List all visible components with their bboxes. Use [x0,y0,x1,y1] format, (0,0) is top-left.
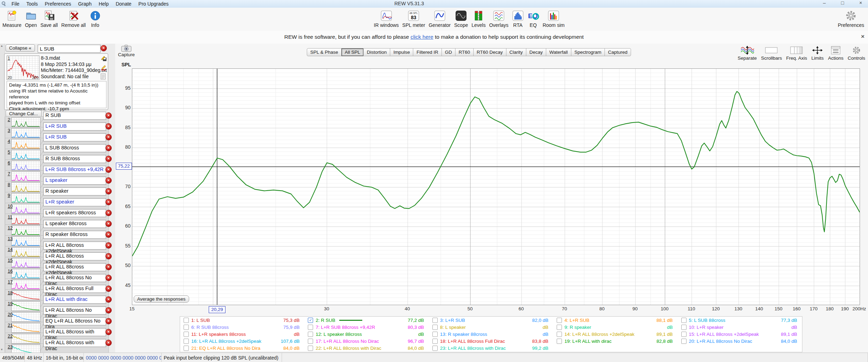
menu-item-help[interactable]: Help [96,1,112,7]
menu-item-file[interactable]: File [8,1,23,7]
legend-checkbox[interactable] [308,332,313,337]
measurement-name-field[interactable]: R SUB [43,112,106,120]
tab-impulse[interactable]: Impulse [390,48,413,56]
legend-entry-20-l-r-all-88cross-no-dirac[interactable]: 20: L+R ALL 88cross No Dirac84,0 dB [678,339,802,344]
tab-rt60[interactable]: RT60 [455,48,474,56]
edit-notes-icon[interactable] [101,64,107,71]
graph-button-scrollbars[interactable]: Scrollbars [761,45,782,61]
toolbar-button-overlays[interactable]: Overlays [487,8,510,29]
close-button[interactable]: × [855,0,866,6]
menu-item-graph[interactable]: Graph [75,1,95,7]
legend-checkbox[interactable] [681,339,687,344]
tab-decay[interactable]: Decay [526,48,546,56]
legend-entry-10-l-r-speaker[interactable]: 10: L+R speakerdB [678,325,802,330]
menu-item-tools[interactable]: Tools [23,1,41,7]
legend-checkbox[interactable] [308,346,313,351]
legend-entry-9-r-speaker[interactable]: 9: R speakerdB [553,325,677,330]
donation-close-icon[interactable]: × [861,31,865,43]
toolbar-button-scope[interactable]: Scope [452,8,470,29]
capture-button[interactable]: Capture [118,44,135,57]
cursor-spl-readout[interactable]: 75,22 [116,163,132,170]
delete-measurement-button[interactable]: × [105,296,112,303]
delete-measurement-button[interactable]: × [105,242,112,249]
measurement-thumbnail[interactable] [11,345,40,353]
toolbar-button-levels[interactable]: 0369Levels [470,8,487,29]
measurement-name-field[interactable]: L+R speaker [43,198,106,206]
measurement-number[interactable]: 21 [8,323,13,328]
minimize-button[interactable]: – [819,0,830,6]
menu-item-donate[interactable]: Donate [112,1,134,7]
toolbar-button-open[interactable]: Open [23,8,38,29]
measurement-name-field[interactable]: L+R SUB 88cross +9,42R [43,166,106,174]
measurement-number[interactable]: 7 [8,171,10,176]
delete-measurement-button[interactable]: × [105,188,112,194]
delete-measurement-button[interactable]: × [105,231,112,238]
legend-entry-18-l-r-all-88cross-full-dirac[interactable]: 18: L+R ALL 88cross Full Dirac83,8 dB [429,339,553,344]
tab-gd[interactable]: GD [442,48,455,56]
legend-entry-6-r-sub-88cross[interactable]: 6: R SUB 88cross75,9 dB [180,325,304,330]
legend-checkbox[interactable] [681,332,687,337]
measurement-number[interactable]: 5 [8,149,10,155]
delete-measurement-button[interactable]: × [105,253,112,259]
legend-entry-3-l-r-sub[interactable]: 3: L+R SUB82,0 dB [429,318,553,323]
tab-all-spl[interactable]: All SPL [341,48,364,56]
measurement-number[interactable]: 4 [8,139,10,144]
tab-spl-phase[interactable]: SPL & Phase [307,48,342,56]
measurement-name-field[interactable]: L+R ALL 88cross No Dirac [43,306,106,315]
legend-checkbox[interactable] [681,325,687,330]
graph-button-freq-axis[interactable]: Freq. Axis [786,45,807,61]
legend-checkbox[interactable] [557,332,562,337]
measurement-name-field[interactable]: L+R ALL 88cross with Dirac [43,339,106,347]
delete-measurement-button[interactable]: × [105,167,112,173]
toolbar-button-measure[interactable]: Measure [1,8,23,29]
measurement-name-field[interactable]: L+R speakers 88cross [43,209,106,217]
measurement-name-field[interactable]: L+R ALL 88cross No Dirac [43,274,106,282]
measurement-number[interactable]: 6 [8,160,10,165]
tab-clarity[interactable]: Clarity [506,48,526,56]
delete-measurement-button[interactable]: × [105,264,112,270]
legend-checkbox[interactable] [432,325,438,330]
graph-button-controls[interactable]: Controls [848,45,865,61]
measurement-number[interactable]: 19 [8,301,13,306]
measurement-number[interactable]: 18 [8,290,13,295]
measurement-row-23[interactable]: 23L+R ALL 88cross with Dirac× [5,339,111,353]
menu-item-preferences[interactable]: Preferences [42,1,74,7]
tab-rt60-decay[interactable]: RT60 Decay [473,48,506,56]
legend-checkbox[interactable]: ✓ [308,318,313,323]
donation-link[interactable]: click here [410,34,433,40]
measurement-number[interactable]: 14 [8,247,13,252]
delete-measurement-button[interactable]: × [105,307,112,313]
legend-checkbox[interactable] [557,318,562,323]
maximize-button[interactable]: □ [837,0,848,6]
menu-item-pro-upgrades[interactable]: Pro Upgrades [135,1,172,7]
notes-icon[interactable] [101,73,107,80]
tab-distortion[interactable]: Distortion [363,48,390,56]
graph-button-actions[interactable]: Actions [828,45,843,61]
measurement-name-field[interactable]: R SUB 88cross [43,155,106,163]
legend-entry-2-r-sub[interactable]: ✓2: R SUB77,2 dB [304,318,429,323]
delete-measurement-button[interactable]: × [105,340,112,346]
delete-measurement-button[interactable]: × [105,286,112,292]
delete-measurement-button[interactable]: × [105,156,112,162]
tab-filtered-ir[interactable]: Filtered IR [413,48,442,56]
toolbar-button-remove-all[interactable]: Remove all [60,8,88,29]
spl-plot[interactable] [132,68,860,305]
legend-entry-11-l-r-speakers-88cross[interactable]: 11: L+R speakers 88crossdB [180,332,304,337]
legend-entry-12-l-speaker-88cross[interactable]: 12: L speaker 88crossdB [304,332,429,337]
delete-measurement-button[interactable]: × [105,275,112,281]
legend-entry-8-l-speaker[interactable]: 8: L speakerdB [429,325,553,330]
measurement-1-thumbnail[interactable]: 1 20 300 [7,56,39,80]
delete-measurement-1-button[interactable]: × [101,45,107,51]
toolbar-button-rta[interactable]: RTA [510,8,526,29]
legend-entry-15-l-r-all-88cross-2delspeak[interactable]: 15: L+R ALL 88cross +2delSpeak89,1 dB [678,332,802,337]
toolbar-button-save-all[interactable]: Save all [39,8,60,29]
scroll-down-icon[interactable]: ▼ [0,348,3,351]
delete-measurement-button[interactable]: × [105,318,112,324]
measurement-name-field[interactable]: L+R ALL 88cross +2delSpeak [43,252,106,260]
legend-checkbox[interactable] [308,325,313,330]
delete-measurement-button[interactable]: × [105,134,112,140]
measurement-name-field[interactable]: L+R SUB [43,133,106,141]
legend-checkbox[interactable] [432,332,438,337]
delete-measurement-button[interactable]: × [105,210,112,216]
delete-measurement-button[interactable]: × [105,199,112,205]
